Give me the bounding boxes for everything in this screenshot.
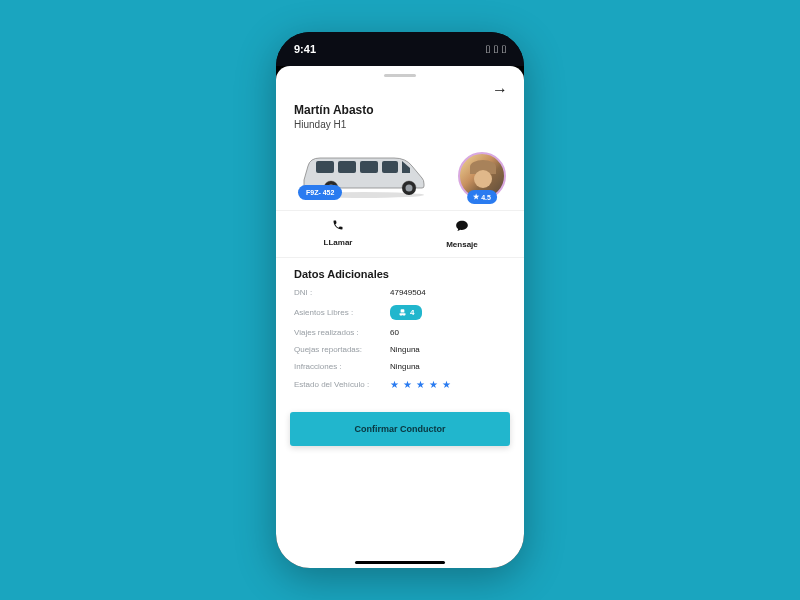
details-section: Datos Adicionales DNI : 47949504 Asiento… xyxy=(276,258,524,406)
media-row: F9Z- 452 ★ 4.5 xyxy=(276,130,524,210)
dni-value: 47949504 xyxy=(390,288,426,297)
wifi-icon: 􀙈 xyxy=(494,43,498,55)
details-title: Datos Adicionales xyxy=(294,268,506,280)
detail-row-seats: Asientos Libres : 4 xyxy=(294,305,506,320)
phone-icon xyxy=(332,219,344,234)
home-indicator[interactable] xyxy=(355,561,445,564)
star-icon: ★ xyxy=(403,379,412,390)
seats-value: 4 xyxy=(410,308,414,317)
star-icon: ★ xyxy=(390,379,399,390)
driver-card: → Martín Abasto Hiunday H1 xyxy=(276,66,524,568)
confirm-driver-button[interactable]: Confirmar Conductor xyxy=(290,412,510,446)
seats-label: Asientos Libres : xyxy=(294,308,390,317)
star-icon: ★ xyxy=(416,379,425,390)
call-button[interactable]: LLamar xyxy=(276,211,400,257)
drag-handle[interactable] xyxy=(384,74,416,77)
license-plate-badge: F9Z- 452 xyxy=(298,185,342,200)
infractions-label: Infracciones : xyxy=(294,362,390,371)
vehicle-model: Hiunday H1 xyxy=(294,119,506,130)
status-bar: 9:41 􀙇 􀙈 􀛨 xyxy=(276,32,524,66)
trips-label: Viajes realizados : xyxy=(294,328,390,337)
svg-rect-3 xyxy=(382,161,398,173)
status-indicators: 􀙇 􀙈 􀛨 xyxy=(486,43,506,55)
message-button[interactable]: Mensaje xyxy=(400,211,524,257)
seat-icon xyxy=(398,308,407,317)
svg-rect-2 xyxy=(360,161,378,173)
message-label: Mensaje xyxy=(446,240,478,249)
detail-row-dni: DNI : 47949504 xyxy=(294,288,506,297)
call-label: LLamar xyxy=(324,238,353,247)
dni-label: DNI : xyxy=(294,288,390,297)
star-icon: ★ xyxy=(429,379,438,390)
driver-header: Martín Abasto Hiunday H1 xyxy=(276,99,524,130)
phone-frame: 9:41 􀙇 􀙈 􀛨 → Martín Abasto Hiunday H1 xyxy=(276,32,524,568)
detail-row-complaints: Quejas reportadas: Ninguna xyxy=(294,345,506,354)
chat-icon xyxy=(455,219,469,236)
actions-row: LLamar Mensaje xyxy=(276,210,524,258)
complaints-label: Quejas reportadas: xyxy=(294,345,390,354)
vehicle-state-stars: ★ ★ ★ ★ ★ xyxy=(390,379,451,390)
infractions-value: Ninguna xyxy=(390,362,420,371)
signal-icon: 􀙇 xyxy=(486,43,490,55)
svg-point-7 xyxy=(406,185,413,192)
driver-name: Martín Abasto xyxy=(294,103,506,117)
status-time: 9:41 xyxy=(294,43,316,55)
vehicle-state-label: Estado del Vehículo : xyxy=(294,380,390,389)
battery-icon: 􀛨 xyxy=(502,43,506,55)
detail-row-vehicle-state: Estado del Vehículo : ★ ★ ★ ★ ★ xyxy=(294,379,506,390)
driver-avatar[interactable]: ★ 4.5 xyxy=(458,152,506,200)
trips-value: 60 xyxy=(390,328,399,337)
rating-badge: ★ 4.5 xyxy=(467,190,497,204)
star-icon: ★ xyxy=(442,379,451,390)
forward-arrow-icon[interactable]: → xyxy=(492,81,508,99)
svg-rect-0 xyxy=(316,161,334,173)
svg-rect-1 xyxy=(338,161,356,173)
vehicle-image: F9Z- 452 xyxy=(294,138,434,200)
seats-badge: 4 xyxy=(390,305,422,320)
detail-row-infractions: Infracciones : Ninguna xyxy=(294,362,506,371)
complaints-value: Ninguna xyxy=(390,345,420,354)
star-icon: ★ xyxy=(473,193,479,201)
detail-row-trips: Viajes realizados : 60 xyxy=(294,328,506,337)
rating-value: 4.5 xyxy=(481,194,491,201)
